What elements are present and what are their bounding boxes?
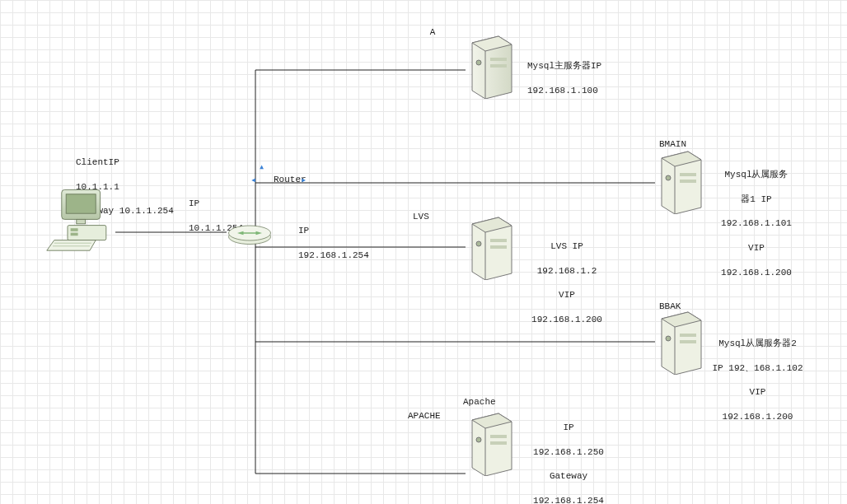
node-apache-name: APACHE (408, 410, 441, 422)
diagram-canvas: ClientIP 10.1.1.1 Gateway 10.1.1.254 (0, 0, 847, 504)
server-lvs-icon (466, 214, 515, 280)
svg-rect-9 (66, 194, 96, 213)
svg-rect-29 (680, 173, 696, 176)
node-bbak-d2: IP 192、168.1.102 (710, 362, 805, 375)
node-lvs-d2: 192.168.1.2 (526, 265, 608, 278)
node-bmain-d4: VIP (715, 242, 798, 254)
svg-rect-42 (680, 340, 696, 343)
client-title: ClientIP (76, 156, 174, 169)
node-bmain-d2: 器1 IP (715, 194, 798, 206)
node-apache-desc: IP 192.168.1.250 Gateway 192.168.1.254 (527, 409, 610, 504)
svg-rect-48 (490, 441, 507, 445)
svg-point-46 (476, 437, 481, 442)
svg-point-28 (666, 175, 671, 180)
router-lan-key: IP (298, 225, 369, 237)
server-bbak-icon (655, 309, 704, 375)
svg-rect-36 (490, 245, 507, 249)
node-bbak-desc: Mysql从属服务器2 IP 192、168.1.102 VIP 192.168… (710, 325, 805, 436)
node-a-desc2: 192.168.1.100 (527, 85, 601, 97)
server-a-icon (466, 33, 515, 99)
tick-left: ◂ (250, 174, 256, 186)
svg-point-22 (476, 60, 481, 65)
svg-rect-24 (490, 64, 507, 68)
svg-marker-14 (47, 240, 96, 251)
server-apache-icon (466, 410, 515, 476)
tick-up: ▴ (259, 161, 264, 173)
client-pc-icon (45, 185, 119, 259)
router-lan-ip: 192.168.1.254 (298, 250, 369, 262)
node-apache-d2: 192.168.1.250 (527, 446, 610, 459)
node-apache-title: Apache (463, 396, 496, 408)
node-bmain-desc: Mysql从属服务 器1 IP 192.168.1.101 VIP 192.16… (715, 156, 798, 291)
router-lan-label: IP 192.168.1.254 (298, 212, 369, 273)
node-bmain-d3: 192.168.1.101 (715, 217, 798, 230)
node-lvs-name: LVS (413, 211, 429, 223)
svg-rect-30 (680, 180, 696, 183)
node-lvs-d4: 192.168.1.200 (526, 314, 608, 326)
svg-rect-41 (680, 334, 696, 337)
node-bbak-d1: Mysql从属服务器2 (710, 338, 805, 350)
router-wan-key: IP (189, 198, 243, 210)
node-lvs-d1: LVS IP (526, 240, 608, 253)
svg-rect-23 (490, 58, 507, 61)
node-bmain-d5: 192.168.1.200 (715, 267, 798, 279)
node-lvs-d3: VIP (526, 289, 608, 301)
svg-point-40 (666, 336, 671, 341)
router-icon (225, 218, 274, 248)
svg-rect-13 (71, 233, 78, 236)
node-apache-d4: 192.168.1.254 (527, 495, 610, 504)
node-bbak-d3: VIP (710, 386, 805, 399)
node-apache-d3: Gateway (527, 470, 610, 483)
node-a-desc: Mysql主服务器IP 192.168.1.100 (527, 48, 601, 109)
svg-rect-35 (490, 239, 507, 242)
svg-rect-12 (71, 228, 78, 231)
node-apache-d1: IP (527, 422, 610, 434)
node-a-name: A (424, 26, 441, 39)
svg-rect-10 (77, 219, 86, 223)
svg-rect-47 (490, 435, 507, 438)
node-a-desc1: Mysql主服务器IP (527, 60, 601, 72)
svg-point-34 (476, 241, 481, 246)
server-bmain-icon (655, 148, 704, 214)
node-bmain-d1: Mysql从属服务 (715, 169, 798, 181)
node-lvs-desc: LVS IP 192.168.1.2 VIP 192.168.1.200 (526, 228, 608, 338)
node-bbak-d4: 192.168.1.200 (710, 411, 805, 423)
tick-right: ▸ (301, 174, 307, 186)
